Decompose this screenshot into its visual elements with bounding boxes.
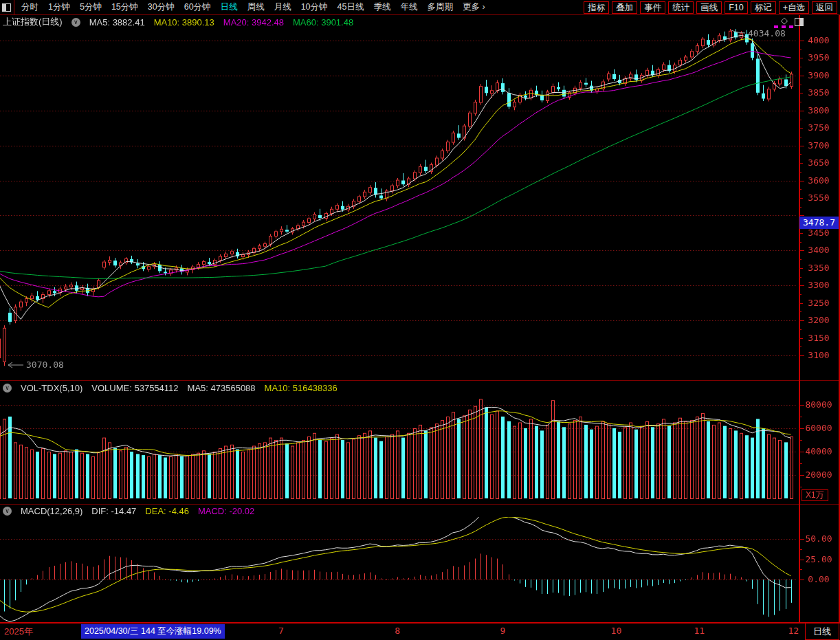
period-10分钟[interactable]: 10分钟	[296, 1, 333, 13]
price-tick-label: 3900	[800, 70, 837, 80]
volume-labels: VOL-TDX(5,10)VOLUME: 537554112MA5: 47356…	[21, 383, 338, 393]
indicator-label: DIF: -14.47	[91, 506, 136, 516]
period-1分钟[interactable]: 1分钟	[43, 1, 75, 13]
collapse-chevron-icon[interactable]	[71, 18, 80, 27]
indicator-label: VOL-TDX(5,10)	[21, 383, 82, 393]
month-label-11: 11	[694, 626, 705, 636]
month-label-7: 7	[278, 626, 284, 636]
period-年线[interactable]: 年线	[395, 1, 422, 13]
period-多周期[interactable]: 多周期	[422, 1, 458, 13]
diamond-icon[interactable]: ◇	[781, 15, 788, 25]
price-tick-label: 3850	[800, 87, 837, 98]
indicator-label: VOLUME: 537554112	[91, 383, 178, 393]
indicator-label: MA5: 473565088	[188, 383, 256, 393]
price-tick-label: 3800	[800, 105, 837, 115]
toolbar-button-指标[interactable]: 指标	[584, 1, 609, 14]
period-indicator[interactable]: 日线	[805, 623, 839, 640]
time-axis-bar: 2025年 2025/04/30/三 144 至今涨幅19.09% 789101…	[0, 622, 840, 640]
period-30分钟[interactable]: 30分钟	[143, 1, 179, 13]
range-info-box: 2025/04/30/三 144 至今涨幅19.09%	[81, 624, 225, 639]
toolbar-button-事件[interactable]: 事件	[640, 1, 665, 14]
toolbar: 指标叠加事件统计画线F10标记+自选返回	[581, 1, 840, 14]
volume-panel-header: VOL-TDX(5,10)VOLUME: 537554112MA5: 47356…	[3, 382, 338, 393]
period-季线[interactable]: 季线	[368, 1, 395, 13]
indicator-label: MACD: -20.02	[198, 506, 254, 516]
ma-labels-main: MA5: 3882.41MA10: 3890.13MA20: 3942.48MA…	[89, 17, 354, 27]
month-label-8: 8	[395, 626, 400, 636]
indicator-label: MA60: 3901.48	[293, 17, 353, 27]
collapse-chevron-icon[interactable]	[3, 384, 12, 393]
top-menu-bar: 分时1分钟5分钟15分钟30分钟60分钟日线周线月线10分钟45日线季线年线多周…	[0, 0, 840, 15]
price-tick-label: 3400	[800, 245, 837, 255]
month-label-12: 12	[788, 626, 799, 636]
price-level-badge: 3478.7	[799, 217, 839, 229]
toolbar-button-F10[interactable]: F10	[725, 1, 748, 14]
macd-tick-label: 50.00	[800, 533, 837, 544]
collapse-chevron-icon[interactable]	[3, 507, 12, 516]
period-15分钟[interactable]: 15分钟	[107, 1, 143, 13]
macd-tick-label: 25.00	[800, 554, 837, 564]
high-price-annotation: 4034.08	[748, 28, 786, 38]
volume-tick-label: 20000	[800, 470, 837, 480]
period-分时[interactable]: 分时	[16, 1, 43, 13]
month-label-10: 10	[611, 626, 622, 636]
price-tick-label: 3650	[800, 157, 837, 168]
price-tick-label: 3150	[800, 333, 837, 343]
indicator-label: MA20: 3942.48	[223, 17, 284, 27]
indicator-label: MA10: 3890.13	[154, 17, 214, 27]
indicator-label: MACD(12,26,9)	[21, 506, 82, 516]
indicator-label: MA10: 516438336	[265, 383, 338, 393]
chart-title: 上证指数(日线)	[3, 16, 63, 28]
period-日线[interactable]: 日线	[216, 1, 243, 13]
price-tick-label: 3700	[800, 140, 837, 151]
period-menu: 分时1分钟5分钟15分钟30分钟60分钟日线周线月线10分钟45日线季线年线多周…	[16, 1, 490, 13]
macd-tick-label: 0.00	[800, 574, 837, 584]
window-split-icon[interactable]	[2, 3, 11, 12]
volume-tick-label: 40000	[800, 446, 837, 456]
month-label-9: 9	[500, 626, 505, 636]
price-tick-label: 3950	[800, 52, 837, 63]
main-chart-header: 上证指数(日线) MA5: 3882.41MA10: 3890.13MA20: …	[3, 16, 353, 27]
period-月线[interactable]: 月线	[269, 1, 296, 13]
volume-tick-label: 80000	[800, 399, 837, 410]
price-tick-label: 3750	[800, 122, 837, 133]
price-tick-label: 4000	[800, 35, 837, 45]
indicator-label: MA5: 3882.41	[89, 17, 145, 27]
price-tick-label: 3600	[800, 175, 837, 186]
toolbar-button-标记[interactable]: 标记	[751, 1, 776, 14]
macd-panel-header: MACD(12,26,9)DIF: -14.47DEA: -4.46MACD: …	[3, 505, 254, 516]
price-tick-label: 3100	[800, 350, 837, 360]
period-5分钟[interactable]: 5分钟	[75, 1, 107, 13]
price-tick-label: 3450	[800, 228, 837, 238]
menu-divider	[14, 0, 14, 15]
indicator-label: DEA: -4.46	[145, 506, 189, 516]
price-tick-label: 3300	[800, 280, 837, 290]
price-tick-label: 3200	[800, 315, 837, 325]
pane-layout-icon[interactable]	[795, 18, 804, 26]
toolbar-button-+自选[interactable]: +自选	[779, 1, 809, 14]
macd-labels: MACD(12,26,9)DIF: -14.47DEA: -4.46MACD: …	[21, 506, 254, 516]
price-tick-label: 3550	[800, 192, 837, 203]
low-price-annotation: 3070.08	[26, 360, 64, 370]
period-更多 ›[interactable]: 更多 ›	[458, 1, 490, 13]
volume-unit-label: X1万	[802, 489, 828, 501]
price-tick-label: 3250	[800, 298, 837, 308]
toolbar-button-叠加[interactable]: 叠加	[612, 1, 637, 14]
period-45日线[interactable]: 45日线	[333, 1, 369, 13]
price-tick-label: 3350	[800, 263, 837, 273]
year-label: 2025年	[4, 626, 33, 638]
period-60分钟[interactable]: 60分钟	[179, 1, 216, 13]
toolbar-button-画线[interactable]: 画线	[696, 1, 722, 14]
stock-chart-canvas[interactable]	[0, 0, 840, 640]
period-周线[interactable]: 周线	[243, 1, 269, 13]
volume-tick-label: 60000	[800, 423, 837, 433]
toolbar-button-返回[interactable]: 返回	[812, 1, 837, 14]
toolbar-button-统计[interactable]: 统计	[668, 1, 694, 14]
